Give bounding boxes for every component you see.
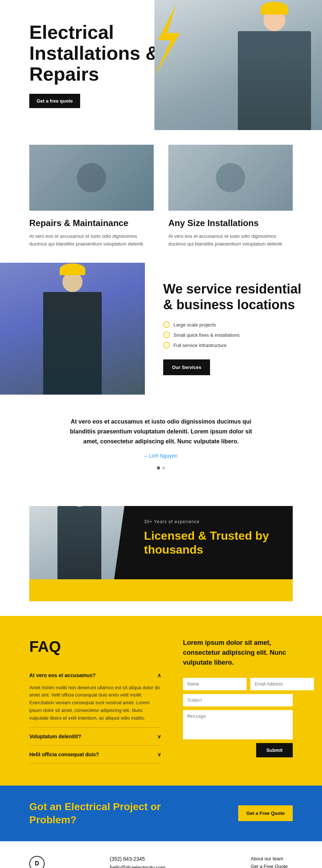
faq-question-2[interactable]: Voluptatum delenitit? ∨ [29, 728, 161, 745]
licensed-inner: 30+ Years of experience Licensed & Trust… [29, 506, 293, 579]
repairs-description: At vero eos et accusamus et iusto odio d… [29, 233, 154, 248]
dot-1[interactable] [157, 466, 160, 469]
faq-left: FAQ At vero eos et accusamus? ∧ Amet min… [29, 638, 161, 764]
hero-cta-button[interactable]: Get a free quote [29, 94, 80, 108]
check-label-3: Full service infrastructure [173, 343, 226, 348]
faq-question-label-3: Helit officia consequat duis? [29, 751, 99, 757]
check-icon-1: ✓ [163, 321, 170, 328]
service-card-installations: Any Size Installations At vero eos et ac… [168, 145, 293, 248]
licensed-section: 30+ Years of experience Licensed & Trust… [0, 491, 322, 616]
installations-image [168, 145, 293, 211]
residential-image [0, 263, 145, 395]
faq-section: FAQ At vero eos et accusamus? ∧ Amet min… [0, 616, 322, 786]
footer-nav-about[interactable]: About our team [251, 856, 293, 861]
footer-email: hello@divielectricity.com [110, 865, 229, 868]
faq-chevron-1: ∧ [157, 672, 161, 678]
faq-item-1: At vero eos et accusamus? ∧ Amet minim m… [29, 666, 161, 728]
hero-image [154, 0, 322, 130]
cta-banner-section: Got an Electrical Project or Problem? Ge… [0, 786, 322, 842]
service-card-repairs: Repairs & Maintainance At vero eos et ac… [29, 145, 154, 248]
installations-title: Any Size Installations [168, 218, 293, 229]
email-input[interactable] [250, 678, 314, 690]
faq-question-label-1: At vero eos et accusamus? [29, 672, 96, 678]
repairs-image [29, 145, 154, 211]
footer-logo: D [29, 856, 45, 868]
residential-title: We service residential & business locati… [163, 281, 304, 313]
check-item-2: ✓ Small quick fixes & installations [163, 332, 304, 338]
faq-item-3: Helit officia consequat duis? ∨ [29, 746, 161, 764]
cta-banner-title: Got an Electrical Project or Problem? [29, 800, 187, 827]
svg-marker-0 [154, 4, 180, 77]
licensed-image [29, 506, 130, 579]
check-item-3: ✓ Full service infrastructure [163, 342, 304, 348]
faq-question-3[interactable]: Helit officia consequat duis? ∨ [29, 746, 161, 763]
footer-contact: (352) 843-2345 hello@divielectricity.com [110, 856, 229, 868]
name-input[interactable] [183, 678, 247, 690]
dot-2[interactable] [162, 466, 165, 469]
testimonial-section: At vero eos et accusamus et iusto odio d… [0, 395, 322, 491]
residential-content: We service residential & business locati… [145, 263, 322, 395]
licensed-content: 30+ Years of experience Licensed & Trust… [130, 506, 293, 579]
check-label-1: Large scale projects [173, 322, 216, 328]
check-label-2: Small quick fixes & installations [173, 332, 240, 338]
testimonial-author: – Linh Nguyen [145, 453, 177, 459]
form-row-name-email [183, 678, 293, 690]
cta-banner-button[interactable]: Get a Free Quote [238, 805, 293, 821]
check-item-1: ✓ Large scale projects [163, 321, 304, 328]
licensed-tag: 30+ Years of experience [144, 519, 278, 524]
footer-nav-quote[interactable]: Get a Free Quote [251, 864, 293, 868]
hero-section: Electrical Installations & Repairs Get a… [0, 0, 322, 130]
yellow-bar [29, 579, 293, 601]
footer-brand: D Divi Electric Services [29, 856, 88, 868]
check-icon-3: ✓ [163, 342, 170, 348]
hero-title: Electrical Installations & Repairs [29, 22, 161, 85]
footer: D Divi Electric Services (352) 843-2345 … [0, 841, 322, 868]
faq-chevron-3: ∨ [157, 751, 161, 757]
submit-button[interactable]: Submit [256, 743, 293, 757]
residential-section: We service residential & business locati… [0, 263, 322, 395]
faq-answer-1: Amet minim mollit non deserunt ullamco e… [29, 684, 161, 727]
testimonial-text: At vero eos et accusamus et iusto odio d… [62, 417, 260, 447]
footer-main: D Divi Electric Services (352) 843-2345 … [29, 856, 293, 868]
lightning-icon [154, 4, 191, 77]
faq-chevron-2: ∨ [157, 734, 161, 739]
licensed-title: Licensed & Trusted by thousands [144, 529, 278, 557]
check-icon-2: ✓ [163, 332, 170, 338]
faq-title: FAQ [29, 638, 161, 655]
faq-item-2: Voluptatum delenitit? ∨ [29, 728, 161, 746]
footer-phone: (352) 843-2345 [110, 856, 229, 862]
subject-select[interactable]: Subject [183, 694, 293, 706]
faq-right: Lorem ipsum dolor sit amet, consectetur … [183, 638, 293, 764]
faq-question-1[interactable]: At vero eos et accusamus? ∧ [29, 666, 161, 684]
services-cards-section: Repairs & Maintainance At vero eos et ac… [0, 130, 322, 263]
repairs-title: Repairs & Maintainance [29, 218, 154, 229]
footer-nav: About our team Get a Free Quote Electric… [251, 856, 293, 868]
contact-form: Subject Submit [183, 678, 293, 757]
faq-right-text: Lorem ipsum dolor sit amet, consectetur … [183, 638, 293, 668]
our-services-button[interactable]: Our Services [163, 359, 210, 375]
testimonial-dots [44, 466, 278, 469]
message-textarea[interactable] [183, 710, 293, 739]
faq-question-label-2: Voluptatum delenitit? [29, 734, 81, 739]
installations-description: At vero eos et accusamus et iusto odio d… [168, 233, 293, 248]
